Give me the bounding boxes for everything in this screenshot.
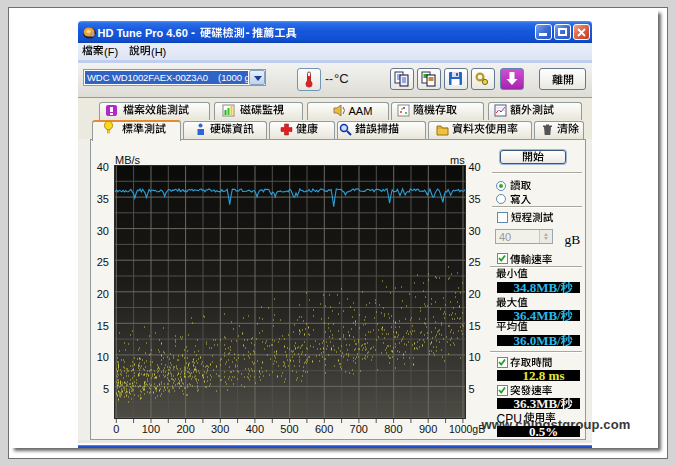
svg-text:36.0MB/: 36.0MB/ bbox=[513, 335, 561, 346]
svg-text:12.8 ms: 12.8 ms bbox=[522, 370, 564, 381]
svg-text:0.5%: 0.5% bbox=[528, 426, 557, 437]
svg-text:34.8MB/: 34.8MB/ bbox=[513, 282, 561, 293]
svg-text:36.3MB/: 36.3MB/ bbox=[513, 398, 561, 409]
